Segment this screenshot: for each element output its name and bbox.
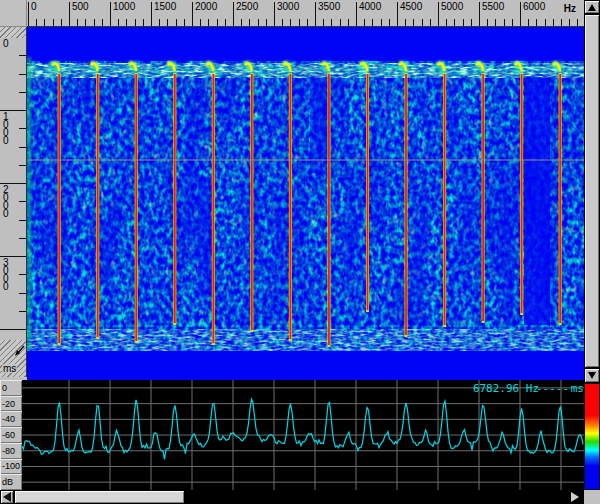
time-tick-minor bbox=[19, 311, 27, 312]
freq-tick-minor bbox=[290, 19, 291, 27]
freq-tick-minor bbox=[184, 19, 185, 27]
freq-tick-minor bbox=[528, 19, 529, 27]
freq-tick-minor bbox=[495, 19, 496, 27]
freq-tick-minor bbox=[167, 19, 168, 27]
frequency-ruler: 0500100015002000250030003500400045005000… bbox=[27, 0, 584, 27]
time-tick-minor bbox=[19, 74, 27, 75]
noise-dark-bands bbox=[27, 61, 584, 327]
freq-tick-minor bbox=[282, 19, 283, 27]
streak-hook-dot bbox=[206, 61, 210, 65]
freq-tick-major bbox=[438, 2, 439, 27]
freq-tick-minor bbox=[569, 19, 570, 27]
scroll-right-button[interactable] bbox=[566, 490, 584, 504]
fadeout-band bbox=[27, 329, 584, 351]
time-tick-minor bbox=[19, 220, 27, 221]
freq-tick-minor bbox=[545, 19, 546, 27]
spectrum-grid bbox=[22, 380, 584, 490]
freq-tick-label: 5000 bbox=[441, 2, 463, 12]
freq-tick-minor bbox=[553, 19, 554, 27]
db-label-box: dB bbox=[0, 474, 22, 490]
freq-tick-label: 1000 bbox=[113, 2, 135, 12]
freq-tick-minor bbox=[561, 19, 562, 27]
vertical-scrollbar[interactable] bbox=[584, 0, 600, 383]
freq-tick-label: 3500 bbox=[318, 2, 340, 12]
spectrum-panel: 0-20-40-60-80-100dB 6782.96 Hz ----- ms bbox=[0, 380, 584, 490]
freq-tick-minor bbox=[36, 19, 37, 27]
streak-hook-dot bbox=[553, 61, 557, 65]
streak-hook-dot bbox=[476, 61, 480, 65]
streak-hook-dot bbox=[168, 61, 172, 65]
freq-tick-minor bbox=[413, 19, 414, 27]
freq-tick-label: 500 bbox=[72, 2, 89, 12]
freq-tick-minor bbox=[217, 19, 218, 27]
spectrum-plot[interactable]: 6782.96 Hz ----- ms bbox=[22, 380, 584, 490]
freq-tick-minor bbox=[405, 19, 406, 27]
streak-hook-dot bbox=[129, 61, 133, 65]
spectrogram-view[interactable] bbox=[27, 27, 584, 380]
left-edge-artifact bbox=[27, 57, 31, 349]
freq-tick-major bbox=[520, 2, 521, 27]
time-tick-minor bbox=[19, 274, 27, 275]
horizontal-scrollbar[interactable] bbox=[0, 490, 600, 504]
freq-tick-major bbox=[233, 2, 234, 27]
freq-tick-minor bbox=[44, 19, 45, 27]
streak-hook-dot bbox=[438, 61, 442, 65]
freq-tick-minor bbox=[446, 19, 447, 27]
freq-tick-minor bbox=[258, 19, 259, 27]
freq-tick-label: 4500 bbox=[400, 2, 422, 12]
freq-tick-label: 6000 bbox=[523, 2, 545, 12]
freq-tick-minor bbox=[241, 19, 242, 27]
scroll-up-button[interactable] bbox=[584, 0, 600, 14]
freq-tick-minor bbox=[85, 19, 86, 27]
freq-tick-major bbox=[192, 2, 193, 27]
freq-tick-label: 5500 bbox=[482, 2, 504, 12]
scroll-left-button[interactable] bbox=[0, 490, 14, 504]
freq-tick-minor bbox=[454, 19, 455, 27]
db-label-box: -100 bbox=[0, 459, 22, 475]
freq-tick-major bbox=[479, 2, 480, 27]
scrollbar-corner bbox=[584, 490, 600, 504]
freq-tick-minor bbox=[143, 19, 144, 27]
time-unit-box: ms bbox=[0, 340, 27, 377]
freq-tick-minor bbox=[331, 19, 332, 27]
vertical-scrollbar-thumb[interactable] bbox=[584, 14, 600, 368]
freq-tick-major bbox=[356, 2, 357, 27]
up-arrow-icon bbox=[588, 4, 596, 11]
time-cursor-arrow-icon bbox=[14, 344, 26, 356]
spectrogram-canvas[interactable] bbox=[27, 27, 584, 380]
freq-tick-minor bbox=[102, 19, 103, 27]
spectrum-canvas[interactable] bbox=[22, 380, 584, 490]
freq-tick-minor bbox=[536, 19, 537, 27]
intensity-colorbar bbox=[584, 383, 600, 490]
freq-tick-minor bbox=[471, 19, 472, 27]
time-tick-minor bbox=[19, 201, 27, 202]
freq-tick-minor bbox=[249, 19, 250, 27]
freq-tick-minor bbox=[364, 19, 365, 27]
freq-tick-label: 0 bbox=[31, 2, 37, 12]
horizontal-scrollbar-thumb[interactable] bbox=[14, 490, 185, 504]
freq-tick-minor bbox=[299, 19, 300, 27]
freq-tick-minor bbox=[577, 19, 578, 27]
freq-tick-label: 4000 bbox=[359, 2, 381, 12]
time-unit-label: ms bbox=[2, 364, 17, 373]
time-tick-label: 1000 bbox=[3, 113, 9, 145]
freq-tick-minor bbox=[340, 19, 341, 27]
time-tick-minor bbox=[19, 147, 27, 148]
freq-tick-minor bbox=[225, 19, 226, 27]
streak-hook-dot bbox=[245, 61, 249, 65]
freq-tick-major bbox=[110, 2, 111, 27]
freq-tick-minor bbox=[77, 19, 78, 27]
freq-tick-minor bbox=[53, 19, 54, 27]
time-tick-minor bbox=[19, 128, 27, 129]
freq-tick-minor bbox=[504, 19, 505, 27]
freq-tick-minor bbox=[307, 19, 308, 27]
freq-tick-minor bbox=[176, 19, 177, 27]
freq-tick-minor bbox=[381, 19, 382, 27]
ruler-hatch-top bbox=[0, 27, 27, 38]
freq-tick-minor bbox=[126, 19, 127, 27]
scroll-down-button[interactable] bbox=[584, 368, 600, 383]
freq-tick-label: 2000 bbox=[195, 2, 217, 12]
streak-hook-dot bbox=[283, 61, 287, 65]
time-tick-minor bbox=[19, 165, 27, 166]
spectrogram-app-window: 0500100015002000250030003500400045005000… bbox=[0, 0, 600, 504]
